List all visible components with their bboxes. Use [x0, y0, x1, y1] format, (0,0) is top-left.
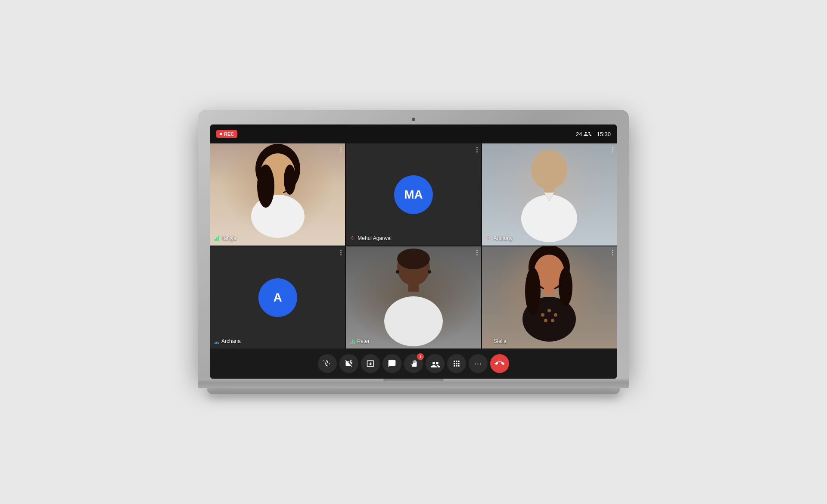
svg-point-8: [521, 195, 577, 242]
anthony-silhouette: [515, 143, 584, 246]
name-label-mehul: Mehul Agarwal: [350, 235, 392, 241]
svg-point-10: [397, 249, 430, 269]
options-dots-stella[interactable]: [612, 250, 613, 255]
name-label-taniya: Taniya: [215, 235, 236, 241]
name-label-anthony: Anthony: [486, 235, 513, 241]
raise-hand-button[interactable]: 1: [404, 354, 423, 373]
name-label-peter: Peter: [350, 338, 370, 344]
video-cell-anthony: Anthony: [482, 143, 617, 246]
apps-button[interactable]: [447, 354, 466, 373]
peter-silhouette: [377, 246, 450, 348]
laptop-body: REC 24 15:30: [198, 110, 629, 379]
video-cell-peter: Peter: [346, 246, 481, 348]
archana-avatar-circle: A: [258, 278, 297, 317]
svg-rect-17: [544, 287, 554, 295]
svg-point-14: [428, 270, 431, 274]
name-label-archana: Archana: [215, 338, 241, 344]
mic-muted-icon-stella: [486, 339, 491, 344]
camera-button[interactable]: [339, 354, 358, 373]
share-screen-icon: [366, 359, 375, 368]
screen: REC 24 15:30: [210, 124, 617, 379]
svg-point-22: [547, 309, 551, 312]
stella-silhouette: [515, 246, 584, 348]
name-label-stella: Stella: [486, 338, 507, 344]
top-right-controls: 24 15:30: [576, 131, 611, 137]
mic-muted-icon-anthony: [486, 236, 491, 241]
participants-number: 24: [576, 131, 582, 137]
participants-button[interactable]: [426, 354, 445, 373]
chat-button[interactable]: [382, 354, 401, 373]
rec-indicator-dot: [220, 133, 222, 135]
rec-badge: REC: [216, 130, 237, 138]
options-dots-peter[interactable]: [476, 250, 478, 255]
mic-muted-icon-mehul: [350, 236, 355, 241]
participants-icon: [584, 131, 591, 137]
svg-point-3: [251, 195, 305, 238]
mehul-avatar-placeholder: MA: [346, 143, 481, 246]
end-call-icon: [493, 357, 506, 370]
svg-point-5: [284, 165, 296, 195]
laptop-hinge: [383, 379, 444, 381]
more-options-button[interactable]: ···: [469, 354, 488, 373]
participants-count-display: 24: [576, 131, 591, 137]
svg-point-23: [554, 313, 557, 317]
meeting-time: 15:30: [597, 131, 611, 137]
svg-point-24: [544, 319, 547, 322]
mic-off-icon: [323, 359, 332, 368]
laptop-container: REC 24 15:30: [198, 110, 629, 394]
camera-notch: [210, 118, 617, 121]
bottom-toolbar: 1 ···: [210, 348, 617, 379]
svg-point-21: [541, 313, 544, 317]
mehul-avatar-circle: MA: [394, 175, 433, 214]
video-cell-stella: Stella: [482, 246, 617, 348]
video-cell-taniya: Taniya: [210, 143, 345, 246]
taniya-silhouette: [243, 143, 312, 246]
top-bar: REC 24 15:30: [210, 124, 617, 143]
options-dots-anthony[interactable]: [612, 147, 613, 152]
options-dots-mehul[interactable]: [476, 147, 478, 152]
rec-label: REC: [224, 131, 234, 137]
more-dots-icon: ···: [474, 360, 482, 367]
video-cell-archana: A Archana: [210, 246, 345, 348]
svg-point-4: [257, 165, 274, 208]
svg-point-13: [396, 270, 399, 274]
video-grid: Taniya MA: [210, 143, 617, 348]
camera-off-icon: [345, 359, 353, 368]
options-dots-archana[interactable]: [340, 250, 342, 255]
end-call-button[interactable]: [490, 354, 509, 373]
options-dots-taniya[interactable]: [340, 147, 342, 152]
share-screen-button[interactable]: [361, 354, 380, 373]
svg-point-12: [384, 296, 443, 346]
camera-dot: [412, 118, 415, 121]
chat-icon: [388, 359, 396, 368]
svg-point-6: [531, 150, 567, 190]
svg-rect-11: [408, 283, 419, 292]
laptop-base: [198, 379, 629, 388]
svg-point-20: [559, 268, 572, 306]
mic-button[interactable]: [318, 354, 337, 373]
raise-hand-icon: [409, 359, 418, 368]
raise-hand-badge: 1: [417, 353, 424, 360]
svg-point-25: [551, 319, 554, 322]
laptop-bottom: [207, 388, 620, 394]
people-icon: [430, 360, 440, 367]
svg-point-19: [525, 268, 541, 315]
archana-avatar-placeholder: A: [210, 246, 345, 348]
video-cell-mehul: MA Mehul Agarwal: [346, 143, 481, 246]
apps-grid-icon: [452, 359, 461, 368]
